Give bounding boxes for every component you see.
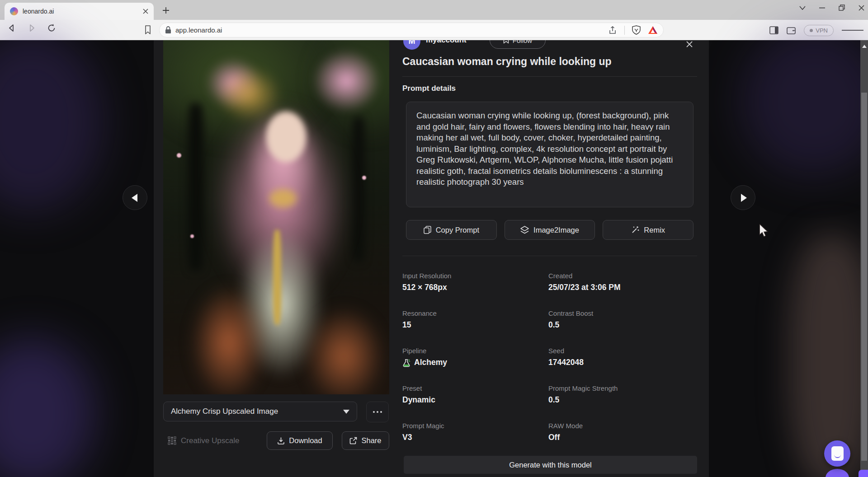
restore-button[interactable]	[839, 5, 845, 11]
art-petal	[190, 234, 194, 238]
vpn-label: VPN	[816, 27, 828, 34]
art-gold-flowers	[217, 67, 281, 122]
art-trunk	[352, 117, 365, 262]
modal-close-icon[interactable]	[684, 40, 695, 50]
prompt-box: Caucasian woman crying while looking up,…	[406, 102, 693, 207]
next-image-button[interactable]	[731, 185, 755, 210]
detail-seed: Seed 17442048	[548, 343, 698, 381]
address-bar[interactable]: app.leonardo.ai	[159, 23, 664, 37]
detail-resonance: Resonance 15	[402, 306, 548, 343]
arrow-left-icon	[132, 194, 137, 202]
creative-upscale-label: Creative Upscale	[181, 436, 239, 445]
previous-image-button[interactable]	[123, 185, 147, 210]
image2image-label: Image2Image	[533, 226, 579, 234]
art-petal	[362, 176, 366, 180]
vpn-status-dot	[810, 29, 813, 32]
art-choker	[269, 189, 297, 207]
chevron-down-icon	[343, 410, 349, 414]
detail-contrast-boost: Contrast Boost 0.5	[548, 306, 698, 343]
reload-button[interactable]	[47, 23, 56, 33]
scrollbar-thumb[interactable]	[861, 93, 867, 461]
share-external-icon	[349, 437, 357, 444]
tab-title: leonardo.ai	[23, 8, 143, 15]
scrollbar-up-button[interactable]	[860, 40, 868, 52]
flask-icon	[402, 358, 410, 367]
remix-label: Remix	[644, 226, 665, 234]
download-label: Download	[289, 436, 322, 445]
generation-title: Caucasian woman crying while looking up	[402, 56, 701, 68]
tab-search-chevron-icon[interactable]	[799, 6, 806, 10]
avatar[interactable]: M	[403, 40, 420, 50]
back-button[interactable]	[7, 23, 16, 33]
generation-details-grid: Input Resolution 512 × 768px Created 25/…	[402, 268, 701, 456]
detail-raw-mode: RAW Mode Off	[548, 418, 698, 456]
new-tab-button[interactable]	[161, 5, 171, 15]
vpn-button[interactable]: VPN	[804, 25, 834, 36]
download-icon	[277, 437, 285, 444]
window-controls	[799, 1, 864, 14]
arrow-right-icon	[741, 194, 747, 202]
chat-launcher-button[interactable]	[824, 440, 850, 467]
art-wrap	[190, 284, 267, 394]
divider	[402, 76, 697, 77]
divider	[624, 26, 625, 35]
layers-icon	[520, 226, 529, 234]
upscale-grid-icon	[168, 436, 176, 445]
art-gold-trim	[273, 230, 281, 325]
variant-dropdown[interactable]: Alchemy Crisp Upscaled Image	[163, 402, 357, 421]
close-window-button[interactable]	[859, 5, 864, 11]
detail-preset: Preset Dynamic	[402, 381, 548, 418]
backdrop-glow	[0, 31, 104, 212]
detail-prompt-magic-strength: Prompt Magic Strength 0.5	[548, 381, 698, 418]
art-petal	[177, 153, 181, 158]
author-name: myaccount	[426, 40, 467, 45]
backdrop-glow	[0, 338, 95, 477]
backdrop-glow	[741, 27, 868, 176]
prompt-details-heading: Prompt details	[402, 84, 456, 93]
lock-icon	[165, 26, 171, 34]
follow-label: Follow	[513, 40, 532, 44]
detail-created: Created 25/07/23 at 3:06 PM	[548, 268, 698, 306]
detail-pipeline: Pipeline Alchemy	[402, 343, 548, 381]
generated-image[interactable]	[163, 40, 389, 394]
follow-button[interactable]: Follow	[490, 40, 546, 49]
minimize-button[interactable]	[819, 7, 825, 9]
art-flowers	[312, 49, 380, 112]
generate-with-model-button[interactable]: Generate with this model	[404, 456, 697, 474]
creative-upscale-button[interactable]: Creative Upscale	[165, 431, 242, 450]
messenger-icon	[831, 446, 844, 461]
forward-button[interactable]	[27, 23, 36, 33]
copy-prompt-label: Copy Prompt	[436, 226, 479, 234]
follow-bookmark-icon	[503, 40, 509, 44]
brave-shield-icon[interactable]	[632, 25, 641, 35]
sidebar-panel-icon[interactable]	[769, 26, 778, 34]
url-text: app.leonardo.ai	[175, 26, 608, 34]
copy-icon	[424, 226, 431, 234]
tab-strip: leonardo.ai	[0, 0, 868, 20]
corner-widget	[859, 470, 868, 477]
detail-input-resolution: Input Resolution 512 × 768px	[402, 268, 548, 306]
share-icon[interactable]	[608, 26, 617, 35]
detail-prompt-magic: Prompt Magic V3	[402, 418, 548, 456]
variant-label: Alchemy Crisp Upscaled Image	[171, 407, 278, 416]
site-favicon-icon	[10, 7, 18, 15]
browser-tab[interactable]: leonardo.ai	[5, 3, 154, 20]
divider	[402, 256, 697, 256]
brave-rewards-bat-icon[interactable]	[648, 26, 658, 35]
tab-close-icon[interactable]	[143, 9, 148, 14]
menu-icon[interactable]	[842, 28, 863, 32]
image2image-button[interactable]: Image2Image	[505, 220, 595, 240]
share-label: Share	[361, 436, 381, 445]
wallet-icon[interactable]	[787, 26, 796, 34]
download-button[interactable]: Download	[267, 431, 333, 450]
prompt-text: Caucasian woman crying while looking up,…	[416, 110, 683, 188]
backdrop-glow	[789, 234, 868, 477]
more-options-button[interactable]	[366, 402, 389, 422]
prompt-actions: Copy Prompt Image2Image Remix	[406, 220, 693, 240]
copy-prompt-button[interactable]: Copy Prompt	[406, 220, 497, 240]
art-face	[266, 112, 306, 162]
bookmark-icon[interactable]	[144, 25, 152, 35]
generation-detail-modal: M myaccount Follow Caucasian woman cryin…	[154, 40, 709, 477]
share-button[interactable]: Share	[342, 431, 389, 450]
remix-button[interactable]: Remix	[603, 220, 693, 240]
